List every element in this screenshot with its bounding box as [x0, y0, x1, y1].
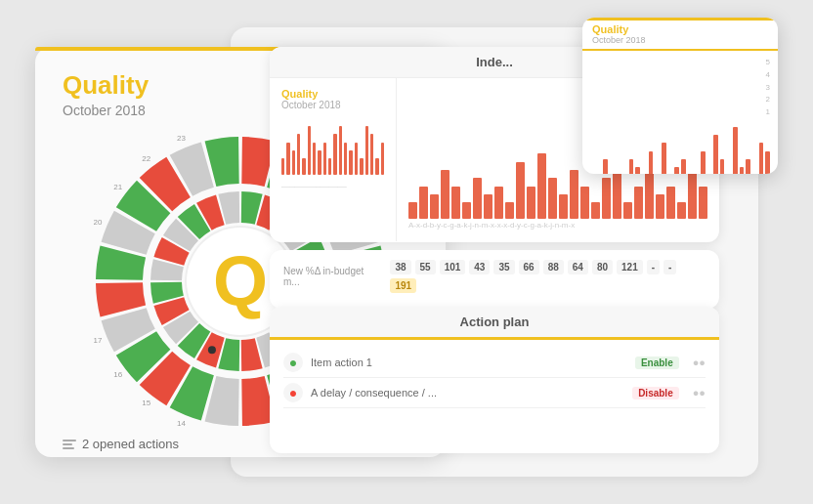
data-row: New %Δ in-budget m... 385510143356688648…: [283, 260, 706, 293]
action-items: ● Item action 1 Enable ●● ● A delay / co…: [270, 340, 719, 416]
svg-point-2: [208, 346, 216, 354]
actions-text: 2 opened actions: [63, 437, 179, 451]
data-table: New %Δ in-budget m... 385510143356688648…: [270, 250, 719, 309]
big-bar: [441, 170, 449, 219]
overlay-top-bar: [582, 18, 778, 21]
big-bar: [666, 187, 675, 219]
data-cell: 101: [440, 260, 466, 274]
svg-text:23: 23: [177, 135, 186, 143]
overlay-bar: [662, 143, 666, 174]
svg-text:15: 15: [142, 399, 150, 407]
overlay-bar: [635, 167, 640, 174]
mini-bar: [339, 126, 342, 175]
index-left-title: Quality: [281, 88, 384, 100]
big-bar: [527, 187, 535, 219]
mini-bar: [375, 158, 378, 175]
big-bar: [419, 187, 428, 219]
mini-bar: [349, 150, 352, 175]
data-cell: 64: [568, 260, 588, 274]
overlay-title: Quality: [592, 23, 768, 35]
mini-bar: [281, 158, 284, 175]
overlay-bars: [590, 119, 770, 174]
overlay-bar: [759, 143, 764, 174]
svg-text:17: 17: [94, 336, 103, 345]
list-icon: [63, 440, 76, 449]
overlay-bar: [713, 135, 718, 174]
data-cell: 88: [543, 260, 564, 274]
svg-text:16: 16: [113, 370, 122, 379]
svg-text:20: 20: [94, 218, 103, 227]
action-header: Action plan: [270, 307, 719, 340]
overlay-bar: [674, 167, 679, 174]
mini-chart-axis: _______________: [281, 179, 384, 188]
overlay-bar: [649, 151, 654, 174]
mini-bar: [355, 143, 358, 175]
big-bar: [688, 170, 697, 219]
action-item-label: Item action 1: [311, 357, 372, 368]
overlay-bar: [733, 127, 738, 174]
big-bar: [408, 202, 417, 219]
overlay-card: Quality October 2018 54321: [582, 18, 778, 174]
big-bar: [634, 187, 643, 219]
action-item-dots: ●●: [693, 357, 706, 368]
svg-text:14: 14: [177, 419, 186, 428]
svg-text:21: 21: [113, 183, 122, 191]
mini-chart: [281, 116, 384, 175]
mini-bar: [318, 150, 321, 175]
data-cell: 121: [617, 260, 643, 274]
action-item-icon: ●: [283, 353, 303, 372]
data-cell: 43: [469, 260, 490, 274]
mini-bar: [313, 143, 316, 175]
action-item-icon: ●: [283, 383, 303, 402]
big-bar: [591, 202, 600, 219]
big-chart-axis: A-x-d-b-y-c-g-a-k-j-n-m-x-x-x-d-y-c-g-a-…: [408, 221, 707, 230]
data-cells: 3855101433566886480121--191: [390, 260, 706, 293]
action-item-dots: ●●: [693, 387, 706, 399]
data-cell: 80: [592, 260, 613, 274]
big-bar: [484, 194, 492, 219]
big-bar: [580, 187, 589, 219]
overlay-bar: [746, 159, 750, 174]
big-bar: [699, 187, 707, 219]
mini-bar: [328, 158, 331, 175]
mini-bar: [302, 158, 305, 175]
data-cell: 35: [493, 260, 514, 274]
data-cell: 191: [390, 278, 416, 293]
index-left-sub: October 2018: [281, 100, 384, 110]
data-cell: 55: [415, 260, 436, 274]
action-item-badge: Enable: [635, 357, 679, 369]
big-bar: [559, 194, 568, 219]
big-bar: [537, 153, 546, 219]
big-bar: [548, 178, 557, 219]
mini-bar: [308, 126, 311, 175]
big-bar: [473, 178, 482, 219]
overlay-scale: 54321: [766, 57, 770, 119]
big-bar: [656, 194, 664, 219]
big-bar: [516, 162, 525, 219]
big-bar: [623, 202, 632, 219]
mini-bar: [286, 143, 289, 175]
scene: Quality October 2018 1234567891011121314…: [35, 27, 778, 477]
actions-count-label: 2 opened actions: [82, 437, 179, 451]
mini-bar: [297, 134, 300, 175]
mini-bar: [292, 150, 295, 175]
action-item-badge: Disable: [632, 387, 679, 399]
big-bar: [494, 187, 503, 219]
overlay-bar: [681, 159, 686, 174]
overlay-sub: October 2018: [592, 35, 768, 45]
mini-bar: [381, 143, 384, 175]
big-bar: [430, 194, 439, 219]
mini-bar: [333, 134, 336, 175]
big-bar: [505, 202, 514, 219]
big-bar: [462, 202, 471, 219]
svg-text:22: 22: [142, 154, 150, 163]
index-left: Quality October 2018 _______________: [270, 78, 397, 241]
mini-bar: [365, 126, 368, 175]
data-cell: -: [663, 260, 676, 274]
big-bar: [570, 170, 578, 219]
overlay-chart: 54321: [582, 51, 778, 164]
overlay-bar: [720, 159, 725, 174]
data-row-label: New %Δ in-budget m...: [283, 266, 382, 287]
mini-bar: [370, 134, 373, 175]
action-item-label: A delay / consequence / ...: [311, 387, 437, 399]
